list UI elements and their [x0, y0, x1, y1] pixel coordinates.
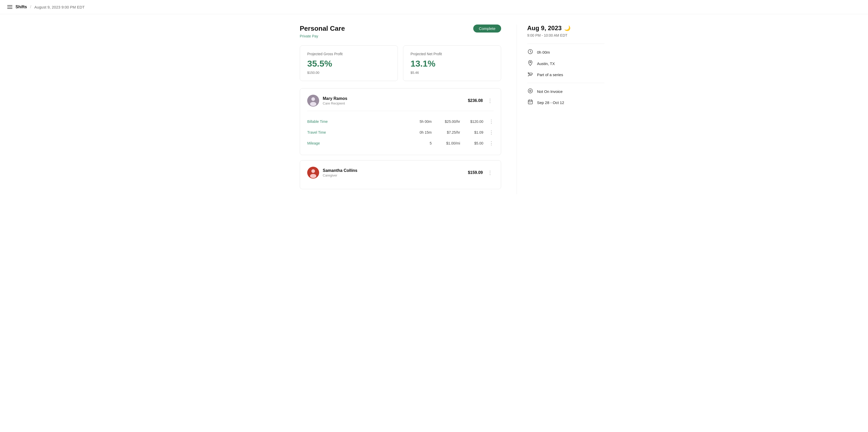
mileage-total: $5.00 [463, 141, 483, 145]
duration-row: 0h 00m [527, 49, 604, 56]
caregiver-name-group: Samantha Collins Caregiver [323, 168, 357, 177]
caregiver-avatar [307, 167, 319, 178]
date-range-text: Sep 28 - Oct 12 [537, 100, 564, 105]
mileage-rate: $1.00/mi [434, 141, 460, 145]
caregiver-info: Samantha Collins Caregiver [307, 167, 357, 178]
shift-header: Personal Care Private Pay Complete [300, 25, 501, 38]
duration-text: 0h 00m [537, 50, 550, 55]
gross-profit-card: Projected Gross Profit 35.5% $150.00 [300, 45, 398, 81]
invoice-icon [527, 88, 533, 95]
caregiver-avatar-icon [307, 167, 319, 178]
moon-icon: 🌙 [564, 25, 570, 31]
billable-rate: $25.00/hr [434, 120, 460, 124]
line-item-billable: Billable Time 5h 00m $25.00/hr $120.00 ⋮ [307, 116, 494, 127]
svg-point-10 [528, 89, 533, 93]
caregiver-role: Caregiver [323, 173, 357, 177]
net-profit-card: Projected Net Profit 13.1% $5.46 [403, 45, 501, 81]
left-panel: Personal Care Private Pay Complete Proje… [300, 25, 517, 194]
net-profit-label: Projected Net Profit [410, 52, 494, 56]
mileage-label: Mileage [307, 141, 343, 145]
invoice-row: Not On Invoice [527, 88, 604, 95]
svg-point-1 [311, 97, 315, 101]
care-recipient-role: Care Recipient [323, 101, 347, 105]
travel-menu[interactable]: ⋮ [489, 130, 494, 135]
shift-time-range: 9:00 PM - 10:00 AM EDT [527, 33, 604, 37]
calendar-icon [527, 99, 533, 106]
nav-separator: / [30, 5, 31, 9]
right-panel: Aug 9, 2023 🌙 9:00 PM - 10:00 AM EDT 0h … [517, 25, 604, 194]
travel-rate: $7.25/hr [434, 130, 460, 134]
mileage-menu[interactable]: ⋮ [489, 140, 494, 146]
pay-type: Private Pay [300, 34, 345, 38]
svg-point-2 [310, 102, 316, 106]
svg-rect-12 [528, 100, 532, 104]
billable-time: 5h 00m [411, 120, 432, 124]
nav-breadcrumb: August 9, 2023 9:00 PM EDT [34, 5, 85, 9]
care-recipient-info: Mary Ramos Care Recipient [307, 95, 347, 107]
care-recipient-name-group: Mary Ramos Care Recipient [323, 96, 347, 105]
svg-point-5 [310, 174, 316, 178]
shift-date-row: Aug 9, 2023 🌙 [527, 25, 604, 32]
profit-cards: Projected Gross Profit 35.5% $150.00 Pro… [300, 45, 501, 81]
caregiver-header: Samantha Collins Caregiver $159.09 ⋮ [307, 167, 494, 178]
travel-time: 0h 15m [411, 130, 432, 134]
caregiver-amount-wrap: $159.09 ⋮ [468, 169, 494, 176]
nav-title: Shifts [16, 5, 27, 9]
date-range-row: Sep 28 - Oct 12 [527, 99, 604, 106]
line-items: Billable Time 5h 00m $25.00/hr $120.00 ⋮… [307, 116, 494, 148]
net-profit-amount: $5.46 [410, 71, 494, 74]
series-text: Part of a series [537, 72, 563, 77]
caregiver-menu[interactable]: ⋮ [487, 169, 494, 176]
right-divider-2 [527, 83, 604, 83]
svg-point-17 [530, 102, 531, 103]
invoice-text: Not On Invoice [537, 89, 563, 94]
svg-point-11 [529, 90, 531, 92]
svg-line-8 [530, 52, 531, 53]
location-text: Austin, TX [537, 61, 555, 66]
shift-date: Aug 9, 2023 [527, 25, 562, 32]
care-recipient-amount-wrap: $236.08 ⋮ [468, 97, 494, 104]
travel-label: Travel Time [307, 130, 343, 134]
gross-profit-label: Projected Gross Profit [307, 52, 391, 56]
care-recipient-menu[interactable]: ⋮ [487, 97, 494, 104]
shift-type: Personal Care [300, 25, 345, 33]
billable-label: Billable Time [307, 120, 343, 124]
location-row: Austin, TX [527, 60, 604, 67]
clock-icon [527, 49, 533, 56]
shift-title-group: Personal Care Private Pay [300, 25, 345, 38]
billable-menu[interactable]: ⋮ [489, 119, 494, 124]
care-recipient-card: Mary Ramos Care Recipient $236.08 ⋮ Bill… [300, 88, 501, 155]
travel-total: $1.09 [463, 130, 483, 134]
billable-total: $120.00 [463, 120, 483, 124]
topnav: Shifts / August 9, 2023 9:00 PM EDT [0, 0, 868, 14]
status-badge: Complete [473, 25, 501, 33]
caregiver-name: Samantha Collins [323, 168, 357, 173]
svg-point-4 [311, 169, 315, 173]
care-recipient-name: Mary Ramos [323, 96, 347, 101]
caregiver-card: Samantha Collins Caregiver $159.09 ⋮ [300, 160, 501, 189]
main-container: Personal Care Private Pay Complete Proje… [253, 14, 615, 205]
avatar-icon [307, 95, 319, 107]
care-recipient-avatar [307, 95, 319, 107]
line-item-travel: Travel Time 0h 15m $7.25/hr $1.09 ⋮ [307, 127, 494, 138]
hamburger-menu[interactable] [7, 5, 12, 9]
mileage-quantity: 5 [411, 141, 432, 145]
series-icon [527, 72, 533, 78]
care-recipient-total: $236.08 [468, 98, 483, 103]
location-icon [527, 60, 533, 67]
net-profit-value: 13.1% [410, 59, 494, 69]
card-divider [307, 111, 494, 111]
svg-point-16 [529, 102, 530, 103]
gross-profit-amount: $150.00 [307, 71, 391, 74]
gross-profit-value: 35.5% [307, 59, 391, 69]
series-row: Part of a series [527, 72, 604, 78]
caregiver-total: $159.09 [468, 170, 483, 175]
care-recipient-header: Mary Ramos Care Recipient $236.08 ⋮ [307, 95, 494, 107]
line-item-mileage: Mileage 5 $1.00/mi $5.00 ⋮ [307, 138, 494, 148]
svg-point-9 [530, 62, 531, 63]
